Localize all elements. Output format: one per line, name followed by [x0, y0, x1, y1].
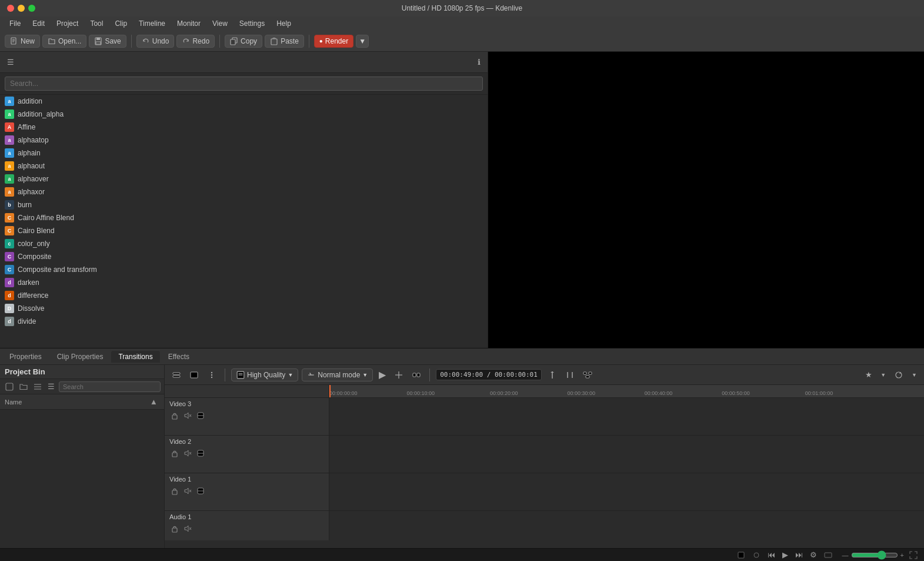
project-bin: Project Bin	[0, 365, 165, 548]
list-item[interactable]: ccolor_only	[0, 237, 488, 250]
tab-transitions[interactable]: Transitions	[111, 351, 159, 363]
bin-add-button[interactable]	[4, 381, 15, 392]
redo-button[interactable]: Redo	[176, 35, 215, 48]
menu-view[interactable]: View	[208, 18, 232, 29]
list-item[interactable]: bburn	[0, 198, 488, 211]
list-item[interactable]: aalphain	[0, 147, 488, 160]
track-area-video1[interactable]	[329, 473, 924, 510]
list-item[interactable]: ddivide	[0, 315, 488, 328]
snap-button[interactable]	[563, 369, 577, 381]
menu-help[interactable]: Help	[272, 18, 296, 29]
zoom-slider[interactable]	[851, 550, 898, 560]
panel-info-button[interactable]: ℹ	[475, 57, 483, 68]
fullscreen-button[interactable]	[908, 550, 919, 560]
collapse-tracks-button[interactable]	[187, 369, 201, 381]
favorites-dropdown[interactable]: ▼	[878, 371, 888, 379]
tab-clip-properties[interactable]: Clip Properties	[50, 351, 111, 363]
list-item[interactable]: CCairo Affine Blend	[0, 211, 488, 224]
track-lock-video2[interactable]	[169, 449, 180, 460]
render-button[interactable]: ● Render	[314, 35, 353, 48]
close-button[interactable]	[7, 5, 14, 12]
tab-effects[interactable]: Effects	[161, 351, 196, 363]
statusbar-btn-3[interactable]: ⏮	[766, 549, 777, 560]
tab-properties[interactable]: Properties	[2, 351, 49, 363]
minimize-button[interactable]	[18, 5, 25, 12]
statusbar-btn-1[interactable]	[735, 550, 747, 560]
paste-button[interactable]: Paste	[265, 35, 304, 48]
list-item[interactable]: CComposite	[0, 250, 488, 263]
track-compositing-video2[interactable]	[195, 449, 206, 460]
track-lock-video1[interactable]	[169, 486, 180, 497]
list-item[interactable]: ddifference	[0, 289, 488, 302]
snap-icon	[565, 370, 575, 380]
sort-ascending-button[interactable]: ▲	[148, 396, 159, 407]
copy-button[interactable]: Copy	[225, 35, 262, 48]
track-lock-video3[interactable]	[169, 411, 180, 422]
timeline-menu-button[interactable]	[205, 369, 219, 381]
menu-timeline[interactable]: Timeline	[134, 18, 170, 29]
list-item[interactable]: aaddition_alpha	[0, 108, 488, 121]
group-button[interactable]	[581, 369, 595, 381]
item-icon: a	[5, 148, 14, 158]
bin-menu-button[interactable]: ☰	[46, 381, 56, 392]
ripple-tool-button[interactable]	[409, 369, 423, 381]
list-item[interactable]: aalphaatop	[0, 134, 488, 147]
open-button[interactable]: Open...	[42, 35, 86, 48]
mode-selector[interactable]: Normal mode ▼	[302, 369, 373, 381]
save-button[interactable]: Save	[89, 35, 126, 48]
render-dropdown[interactable]: ▼	[356, 35, 369, 48]
track-lock-audio1[interactable]	[169, 524, 180, 535]
track-mute-video3[interactable]	[182, 411, 193, 422]
statusbar-play-btn[interactable]: ▶	[780, 549, 790, 560]
add-guide-button[interactable]	[545, 369, 559, 381]
new-button[interactable]: New	[5, 35, 40, 48]
statusbar-settings-btn[interactable]: ⚙	[808, 549, 819, 560]
statusbar-btn-5[interactable]	[822, 550, 834, 560]
track-controls-video2	[169, 449, 324, 460]
menu-file[interactable]: File	[5, 18, 25, 29]
statusbar-btn-4[interactable]: ⏭	[793, 549, 805, 560]
track-area-audio1[interactable]	[329, 511, 924, 540]
track-compositing-video3[interactable]	[195, 411, 206, 422]
menu-edit[interactable]: Edit	[28, 18, 49, 29]
zoom-control: — +	[842, 550, 904, 560]
list-item[interactable]: aalphaover	[0, 172, 488, 185]
track-compositing-video1[interactable]	[195, 486, 206, 497]
list-item[interactable]: AAffine	[0, 121, 488, 134]
quality-selector[interactable]: High Quality ▼	[231, 369, 298, 381]
menu-settings[interactable]: Settings	[235, 18, 269, 29]
svg-rect-35	[586, 376, 589, 378]
track-area-video3[interactable]	[329, 398, 924, 435]
project-bin-search[interactable]	[59, 381, 161, 392]
list-item[interactable]: aalphaout	[0, 160, 488, 172]
transitions-search-input[interactable]	[5, 77, 483, 91]
list-item[interactable]: CCairo Blend	[0, 224, 488, 237]
list-item[interactable]: DDissolve	[0, 302, 488, 315]
menu-clip[interactable]: Clip	[110, 18, 132, 29]
track-mute-audio1[interactable]	[182, 524, 193, 535]
list-item[interactable]: aalphaxor	[0, 185, 488, 198]
expand-tracks-button[interactable]	[169, 369, 184, 381]
item-label: Affine	[18, 123, 35, 131]
maximize-button[interactable]	[28, 5, 35, 12]
menu-monitor[interactable]: Monitor	[172, 18, 205, 29]
bin-list-button[interactable]	[32, 381, 44, 392]
list-item[interactable]: CComposite and transform	[0, 263, 488, 276]
statusbar-btn-2[interactable]	[750, 550, 762, 560]
undo-button[interactable]: Undo	[136, 35, 175, 48]
menu-project[interactable]: Project	[52, 18, 83, 29]
list-item[interactable]: ddarken	[0, 276, 488, 289]
menu-tool[interactable]: Tool	[85, 18, 108, 29]
track-area-video2[interactable]	[329, 436, 924, 473]
collapse-icon	[189, 370, 199, 380]
bin-folder-button[interactable]	[18, 381, 29, 392]
tl-play-button[interactable]: ▶	[376, 368, 388, 381]
cut-tool-button[interactable]	[392, 369, 406, 381]
loop-button[interactable]	[892, 369, 906, 381]
track-mute-video2[interactable]	[182, 449, 193, 460]
panel-menu-button[interactable]: ☰	[5, 57, 16, 68]
track-mute-video1[interactable]	[182, 486, 193, 497]
favorites-button[interactable]: ★	[863, 369, 875, 380]
loop-dropdown[interactable]: ▼	[909, 371, 919, 379]
list-item[interactable]: aaddition	[0, 95, 488, 108]
